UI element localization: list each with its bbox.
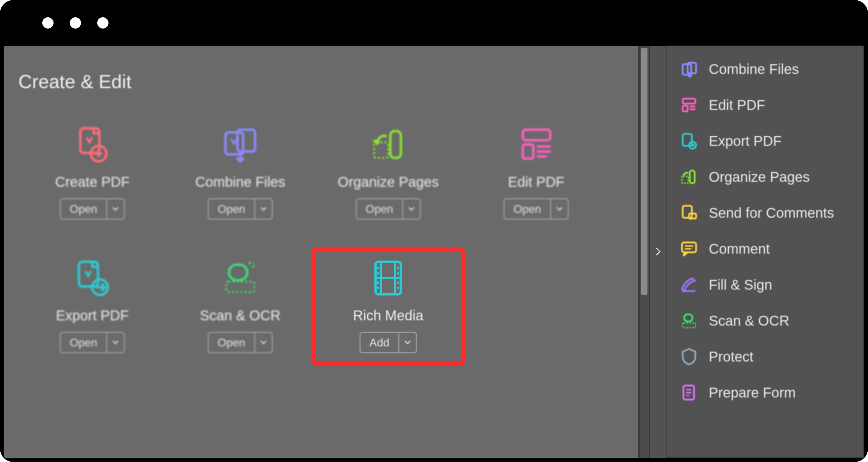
add-button-dropdown[interactable] [399, 333, 416, 352]
open-button-dropdown[interactable] [403, 199, 420, 219]
sidebar-expand-handle[interactable] [650, 46, 666, 458]
tool-add-split-button[interactable]: Add [360, 332, 417, 353]
scrollbar-thumb[interactable] [641, 48, 647, 295]
tool-open-split-button[interactable]: Open [60, 332, 125, 353]
rich-media-icon [367, 257, 409, 299]
tool-label: Organize Pages [338, 174, 439, 190]
sidebar-item-combine-files[interactable]: Combine Files [666, 54, 864, 84]
tool-open-split-button[interactable]: Open [504, 198, 569, 220]
sidebar-item-scan-ocr[interactable]: Scan & OCR [666, 306, 864, 335]
open-button-dropdown[interactable] [255, 199, 272, 219]
export-pdf-icon [71, 257, 113, 299]
tool-create-pdf[interactable]: Create PDF Open [18, 117, 166, 229]
sidebar-item-label: Edit PDF [709, 97, 765, 113]
tool-open-split-button[interactable]: Open [356, 198, 421, 220]
add-button-label[interactable]: Add [360, 333, 399, 352]
edit-pdf-icon [679, 95, 699, 115]
open-button-label[interactable]: Open [209, 333, 255, 352]
send-for-comments-icon [679, 203, 699, 223]
sidebar-item-label: Prepare Form [709, 385, 796, 401]
sidebar-item-label: Combine Files [709, 61, 799, 77]
sidebar-item-label: Comment [709, 241, 770, 257]
open-button-label[interactable]: Open [61, 199, 107, 219]
tool-rich-media[interactable]: Rich Media Add [314, 251, 462, 363]
sidebar-item-prepare-form[interactable]: Prepare Form [666, 378, 864, 407]
open-button-label[interactable]: Open [61, 333, 107, 352]
prepare-form-icon [679, 383, 699, 402]
app-window: Create & Edit Create PDF Open [0, 0, 868, 462]
tool-grid: Create PDF Open Combine Files [18, 117, 624, 363]
sidebar-item-comment[interactable]: Comment [666, 234, 864, 264]
sidebar-item-label: Fill & Sign [709, 277, 772, 293]
window-titlebar [0, 0, 868, 46]
organize-pages-icon [367, 123, 409, 166]
tool-combine-files[interactable]: Combine Files Open [166, 117, 314, 229]
scan-ocr-icon [219, 257, 261, 299]
tool-label: Edit PDF [508, 174, 564, 190]
window-close-button[interactable] [42, 17, 54, 29]
tool-open-split-button[interactable]: Open [60, 198, 125, 220]
tool-label: Create PDF [55, 174, 129, 190]
scan-ocr-icon [679, 311, 699, 331]
vertical-scrollbar[interactable] [638, 46, 650, 458]
open-button-dropdown[interactable] [107, 199, 124, 219]
tool-open-split-button[interactable]: Open [208, 198, 273, 220]
sidebar-item-organize-pages[interactable]: Organize Pages [666, 162, 864, 192]
tool-scan-ocr[interactable]: Scan & OCR Open [166, 251, 314, 363]
edit-pdf-icon [515, 123, 557, 166]
combine-files-icon [679, 59, 699, 79]
sidebar-item-label: Scan & OCR [709, 313, 789, 329]
tool-organize-pages[interactable]: Organize Pages Open [314, 117, 462, 229]
tool-edit-pdf[interactable]: Edit PDF Open [462, 117, 610, 229]
tool-label: Rich Media [353, 308, 423, 324]
window-minimize-button[interactable] [70, 17, 81, 29]
open-button-label[interactable]: Open [209, 199, 255, 219]
sidebar-item-export-pdf[interactable]: Export PDF [666, 126, 864, 156]
tools-sidebar: Combine Files Edit PDF Export PDF Organi… [666, 46, 864, 458]
tool-label: Export PDF [56, 308, 129, 324]
sidebar-item-edit-pdf[interactable]: Edit PDF [666, 90, 864, 120]
open-button-dropdown[interactable] [107, 333, 124, 352]
comment-icon [679, 239, 699, 259]
open-button-dropdown[interactable] [255, 333, 272, 352]
tool-export-pdf[interactable]: Export PDF Open [18, 251, 166, 363]
window-zoom-button[interactable] [97, 17, 108, 29]
tool-open-split-button[interactable]: Open [208, 332, 273, 353]
open-button-label[interactable]: Open [356, 199, 403, 219]
create-pdf-icon [71, 123, 113, 166]
tools-pane: Create & Edit Create PDF Open [4, 46, 638, 458]
protect-icon [679, 347, 699, 366]
fill-sign-icon [679, 275, 699, 295]
organize-pages-icon [679, 167, 699, 187]
sidebar-item-protect[interactable]: Protect [666, 342, 864, 371]
combine-files-icon [219, 123, 261, 166]
sidebar-item-fill-sign[interactable]: Fill & Sign [666, 270, 864, 300]
open-button-dropdown[interactable] [551, 199, 568, 219]
tool-label: Scan & OCR [200, 308, 281, 324]
tool-label: Combine Files [195, 174, 285, 190]
sidebar-item-send-for-comments[interactable]: Send for Comments [666, 198, 864, 228]
section-title: Create & Edit [18, 70, 624, 92]
export-pdf-icon [679, 131, 699, 151]
sidebar-item-label: Export PDF [709, 133, 782, 149]
client-area: Create & Edit Create PDF Open [0, 46, 868, 462]
open-button-label[interactable]: Open [504, 199, 551, 219]
sidebar-item-label: Send for Comments [709, 205, 834, 221]
sidebar-item-label: Organize Pages [709, 169, 810, 185]
sidebar-item-label: Protect [709, 349, 754, 365]
